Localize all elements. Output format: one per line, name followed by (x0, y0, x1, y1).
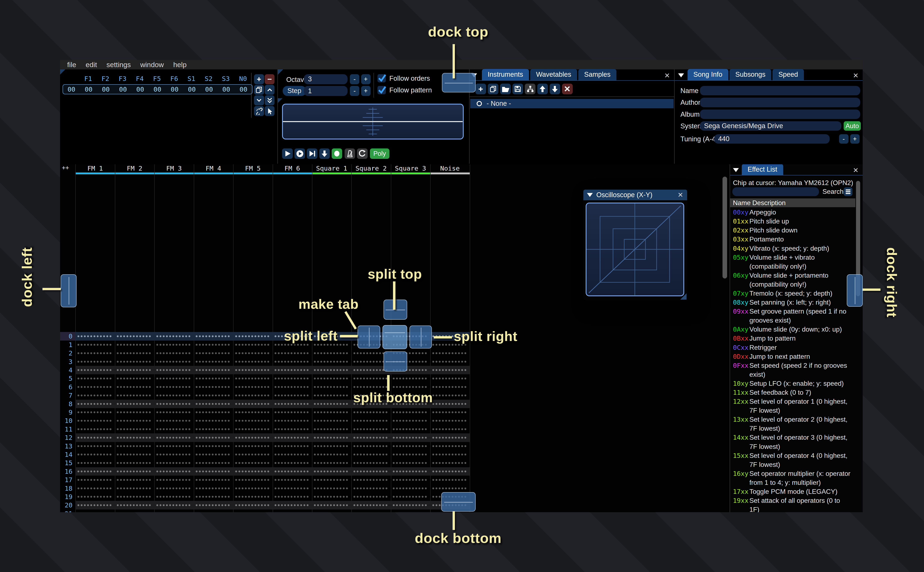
pattern-cell[interactable] (117, 374, 152, 382)
pattern-cell[interactable] (77, 459, 112, 467)
step-row-button[interactable] (319, 148, 330, 159)
effect-row[interactable]: 17xxToggle PCM mode (LEGACY) (730, 487, 855, 496)
pattern-cell[interactable] (156, 476, 192, 484)
pattern-cell[interactable] (353, 450, 388, 459)
pattern-cell[interactable] (235, 425, 270, 434)
tuning-plus-button[interactable]: + (850, 134, 860, 144)
effect-row[interactable]: 0CxxRetrigger (730, 343, 855, 352)
pattern-cell[interactable] (235, 484, 270, 493)
pattern-cell[interactable] (274, 349, 310, 357)
oscilloscope-xy-titlebar[interactable]: Oscilloscope (X-Y) × (583, 190, 687, 200)
dock-bottom-button[interactable] (441, 492, 475, 511)
pattern-cell[interactable] (195, 510, 231, 512)
pattern-cell[interactable] (156, 484, 192, 493)
effect-row[interactable]: 09xxSet groove pattern (speed 1 if no gr… (730, 307, 855, 325)
effect-row[interactable]: 07xyTremolo (x: speed; y: depth) (730, 289, 855, 298)
pattern-cell[interactable] (77, 476, 112, 484)
pattern-cell[interactable] (432, 442, 467, 450)
pattern-cell[interactable] (432, 484, 467, 493)
channel-header-square-2[interactable]: Square 2 (351, 164, 391, 173)
effect-row[interactable]: 0FxxSet speed (speed 2 if no grooves exi… (730, 361, 855, 379)
pattern-cell[interactable] (353, 493, 388, 501)
collapse-icon[interactable] (733, 168, 739, 172)
pattern-cell[interactable] (77, 493, 112, 501)
pattern-cell[interactable] (195, 332, 231, 340)
channel-header-fm-2[interactable]: FM 2 (115, 164, 154, 173)
pattern-cell[interactable] (235, 366, 270, 374)
pattern-cell[interactable] (393, 408, 428, 417)
channel-header-fm-3[interactable]: FM 3 (154, 164, 193, 173)
step-plus-button[interactable]: + (361, 86, 371, 96)
effect-row[interactable]: 08xySet panning (x: left; y: right) (730, 298, 855, 307)
order-edit-mode-button[interactable] (265, 106, 275, 116)
pattern-cell[interactable] (77, 340, 112, 349)
pattern-cell[interactable] (156, 501, 192, 509)
add-order-button[interactable]: + (254, 74, 264, 84)
pattern-cell[interactable] (353, 467, 388, 476)
pattern-cell[interactable] (77, 332, 112, 340)
pattern-cell[interactable] (393, 442, 428, 450)
pattern-cell[interactable] (117, 332, 152, 340)
pattern-cell[interactable] (274, 467, 310, 476)
pattern-cell[interactable] (432, 425, 467, 434)
pattern-cell[interactable] (156, 358, 192, 366)
order-cell[interactable]: 00 (218, 85, 235, 93)
search-input[interactable] (732, 187, 819, 196)
channel-header-fm-5[interactable]: FM 5 (233, 164, 273, 173)
pattern-cell[interactable] (77, 501, 112, 509)
split-top-button[interactable] (383, 300, 407, 320)
order-cell[interactable]: 00 (114, 85, 132, 93)
pattern-cell[interactable] (156, 425, 192, 434)
author-input[interactable] (700, 98, 860, 107)
pattern-cell[interactable] (117, 442, 152, 450)
remove-order-button[interactable]: − (265, 74, 275, 84)
pattern-cell[interactable] (156, 450, 192, 459)
instrument-list-item[interactable]: - None - (470, 99, 673, 108)
pattern-cell[interactable] (235, 349, 270, 357)
pattern-cell[interactable] (195, 434, 231, 442)
pattern-cell[interactable] (353, 374, 388, 382)
dock-left-button[interactable] (61, 274, 76, 307)
pattern-cell[interactable] (235, 476, 270, 484)
collapse-icon[interactable] (678, 73, 684, 77)
pattern-cell[interactable] (195, 383, 231, 391)
pattern-cell[interactable] (353, 366, 388, 374)
pattern-cell[interactable] (274, 417, 310, 425)
pattern-cell[interactable] (156, 349, 192, 357)
pattern-cell[interactable] (195, 349, 231, 357)
pattern-cell[interactable] (195, 417, 231, 425)
pattern-cell[interactable] (156, 332, 192, 340)
pattern-cell[interactable] (235, 501, 270, 509)
tuning-minus-button[interactable]: - (839, 134, 848, 144)
tab-instruments[interactable]: Instruments (482, 69, 529, 80)
pattern-cell[interactable] (235, 493, 270, 501)
pattern-cell[interactable] (195, 501, 231, 509)
pattern-cell[interactable] (314, 425, 349, 434)
pattern-cell[interactable] (235, 332, 270, 340)
pattern-cell[interactable] (235, 400, 270, 408)
pattern-cell[interactable] (235, 408, 270, 417)
pattern-cell[interactable] (156, 459, 192, 467)
pattern-cell[interactable] (235, 442, 270, 450)
pattern-cell[interactable] (77, 358, 112, 366)
pattern-cell[interactable] (314, 450, 349, 459)
album-input[interactable] (700, 110, 860, 119)
menu-edit[interactable]: edit (81, 60, 102, 69)
pattern-cell[interactable] (432, 459, 467, 467)
pattern-cell[interactable] (353, 417, 388, 425)
pattern-cell[interactable] (353, 434, 388, 442)
pattern-cell[interactable] (117, 383, 152, 391)
pattern-cell[interactable] (156, 467, 192, 476)
pattern-cell[interactable] (195, 484, 231, 493)
order-row[interactable]: 0000000000000000000000 (62, 84, 252, 94)
pattern-cell[interactable] (314, 493, 349, 501)
order-cell[interactable]: 00 (201, 85, 218, 93)
pattern-cell[interactable] (235, 434, 270, 442)
pattern-cell[interactable] (156, 400, 192, 408)
order-down-button[interactable] (254, 95, 264, 106)
menu-file[interactable]: file (62, 60, 81, 69)
pattern-cell[interactable] (195, 425, 231, 434)
channel-header-square-3[interactable]: Square 3 (391, 164, 430, 173)
pattern-cell[interactable] (117, 459, 152, 467)
tab-speed[interactable]: Speed (773, 69, 804, 80)
